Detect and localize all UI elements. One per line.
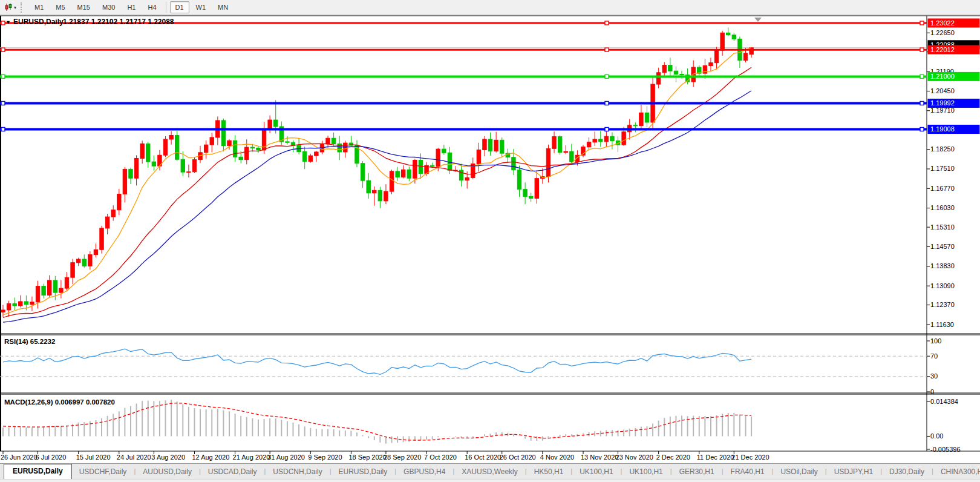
line-handle[interactable] (920, 21, 924, 25)
svg-text:26 Jun 2020: 26 Jun 2020 (1, 454, 38, 461)
svg-text:0: 0 (930, 388, 934, 395)
macd-label: MACD(12,26,9) 0.006997 0.007820 (4, 398, 115, 406)
svg-text:1.21000: 1.21000 (930, 73, 955, 80)
svg-text:0.00: 0.00 (930, 432, 943, 440)
svg-text:100: 100 (930, 337, 941, 345)
line-handle[interactable] (605, 101, 609, 105)
tab-xauusd-weekly[interactable]: XAUUSD,Weekly (454, 465, 524, 479)
tab-usdjpy-h1[interactable]: USDJPY,H1 (827, 465, 880, 479)
svg-text:31 Aug 2020: 31 Aug 2020 (267, 454, 305, 461)
svg-text:24 Jul 2020: 24 Jul 2020 (117, 454, 151, 461)
tab-usdcad-daily[interactable]: USDCAD,Daily (201, 465, 264, 479)
tab-audusd-daily[interactable]: AUDUSD,Daily (136, 465, 199, 479)
svg-text:16 Oct 2020: 16 Oct 2020 (465, 454, 501, 461)
tab-usdcnh-daily[interactable]: USDCNH,Daily (266, 465, 329, 479)
svg-text:23 Nov 2020: 23 Nov 2020 (616, 454, 653, 461)
line-handle[interactable] (1, 101, 5, 105)
line-handle[interactable] (605, 127, 609, 131)
svg-text:0.014384: 0.014384 (930, 398, 958, 405)
status-bar (0, 479, 980, 482)
line-handle[interactable] (605, 48, 609, 51)
line-handle[interactable] (1, 74, 5, 78)
tab-fra40-h1[interactable]: FRA40,H1 (724, 465, 772, 479)
line-handle[interactable] (1, 48, 5, 51)
svg-text:1.15310: 1.15310 (930, 223, 955, 231)
svg-text:21 Aug 2020: 21 Aug 2020 (233, 454, 270, 461)
chart-tab-bar: EURUSD,DailyUSDCHF,Daily|AUDUSD,Daily|US… (0, 463, 980, 479)
svg-text:9 Sep 2020: 9 Sep 2020 (308, 454, 342, 461)
svg-text:7 Oct 2020: 7 Oct 2020 (424, 454, 457, 461)
line-handle[interactable] (920, 48, 924, 51)
svg-text:26 Oct 2020: 26 Oct 2020 (500, 454, 536, 461)
svg-text:70: 70 (930, 352, 938, 360)
tab-dj30-daily[interactable]: DJ30,Daily (882, 465, 932, 479)
tab-eurusd-daily[interactable]: EURUSD,Daily (4, 464, 72, 479)
chart-frame (0, 16, 980, 451)
svg-text:1.12370: 1.12370 (930, 301, 955, 308)
svg-text:30: 30 (930, 372, 938, 380)
line-handle[interactable] (920, 74, 924, 78)
rsi-label: RSI(14) 65.2232 (4, 338, 55, 345)
line-handle[interactable] (1, 127, 5, 131)
tab-china300-h1[interactable]: CHINA300,H1 (933, 465, 980, 479)
svg-text:1.13090: 1.13090 (930, 282, 955, 289)
line-handle[interactable] (1, 21, 5, 25)
svg-text:3 Aug 2020: 3 Aug 2020 (151, 454, 185, 461)
svg-text:-0.005396: -0.005396 (930, 446, 961, 453)
svg-text:1.13830: 1.13830 (930, 262, 955, 269)
svg-text:1.17510: 1.17510 (930, 165, 955, 172)
svg-text:28 Sep 2020: 28 Sep 2020 (384, 454, 421, 461)
svg-text:1.22012: 1.22012 (930, 46, 955, 53)
chart-tabs: EURUSD,DailyUSDCHF,Daily|AUDUSD,Daily|US… (0, 464, 980, 479)
tab-uk100-h1[interactable]: UK100,H1 (622, 465, 670, 479)
svg-text:1.14570: 1.14570 (930, 243, 955, 250)
svg-text:1.20450: 1.20450 (930, 87, 955, 94)
svg-text:1.19710: 1.19710 (930, 107, 955, 114)
svg-text:1.18250: 1.18250 (930, 145, 955, 153)
chart-canvas: 10070300 0.0143840.00-0.005396 1.226501.… (0, 0, 980, 463)
chart-ohlc-values: 1.21837 1.22102 1.21717 1.22088 (63, 18, 174, 26)
date-axis: 26 Jun 20206 Jul 202015 Jul 202024 Jul 2… (1, 451, 769, 461)
line-handle[interactable] (920, 101, 924, 105)
svg-text:21 Dec 2020: 21 Dec 2020 (731, 454, 769, 461)
tab-gbpusd-h4[interactable]: GBPUSD,H4 (396, 465, 452, 479)
tab-usdchf-daily[interactable]: USDCHF,Daily (72, 465, 134, 479)
svg-text:2 Dec 2020: 2 Dec 2020 (656, 454, 690, 461)
line-handle[interactable] (920, 127, 924, 131)
tab-usoil-daily[interactable]: USOil,Daily (773, 465, 825, 479)
svg-text:1.19992: 1.19992 (930, 99, 955, 107)
tab-ger30-h1[interactable]: GER30,H1 (672, 465, 722, 479)
tab-hk50-h1[interactable]: HK50,H1 (527, 465, 571, 479)
svg-text:1.11630: 1.11630 (930, 321, 954, 328)
line-handle[interactable] (605, 21, 609, 25)
svg-text:6 Jul 2020: 6 Jul 2020 (36, 454, 67, 461)
svg-text:15 Jul 2020: 15 Jul 2020 (76, 454, 111, 461)
tab-eurusd-daily[interactable]: EURUSD,Daily (332, 465, 395, 479)
svg-text:18 Sep 2020: 18 Sep 2020 (348, 454, 386, 461)
svg-text:12 Aug 2020: 12 Aug 2020 (192, 454, 229, 461)
svg-text:1.19008: 1.19008 (930, 125, 955, 133)
svg-text:1.16770: 1.16770 (930, 185, 955, 192)
chart-menu-arrow-icon[interactable]: ▼ (5, 19, 11, 25)
svg-text:1.23022: 1.23022 (930, 19, 955, 27)
svg-text:1.16030: 1.16030 (930, 204, 955, 211)
chart-title: EURUSD,Daily (13, 18, 64, 26)
svg-text:1.22650: 1.22650 (930, 29, 955, 36)
line-handle[interactable] (605, 74, 609, 78)
tab-uk100-h1[interactable]: UK100,H1 (572, 465, 620, 479)
svg-text:4 Nov 2020: 4 Nov 2020 (540, 454, 574, 461)
svg-text:13 Nov 2020: 13 Nov 2020 (581, 454, 618, 461)
svg-text:11 Dec 2020: 11 Dec 2020 (697, 454, 734, 461)
